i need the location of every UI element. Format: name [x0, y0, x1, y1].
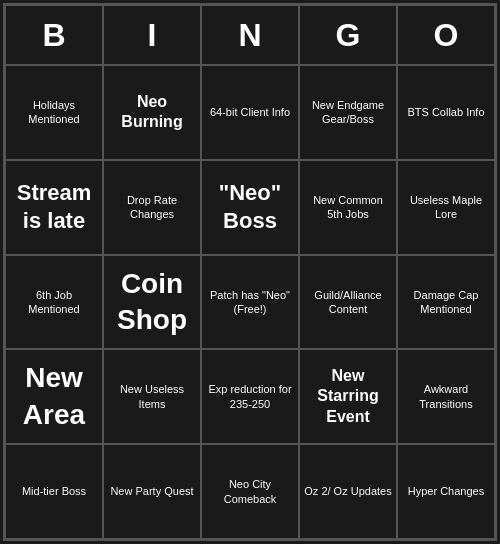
- bingo-cell[interactable]: Neo City Comeback: [201, 444, 299, 539]
- bingo-cell[interactable]: New Area: [5, 349, 103, 444]
- bingo-cell[interactable]: Patch has "Neo" (Free!): [201, 255, 299, 350]
- header-letter: N: [201, 5, 299, 65]
- bingo-cell[interactable]: Guild/Alliance Content: [299, 255, 397, 350]
- bingo-header: BINGO: [5, 5, 495, 65]
- bingo-cell[interactable]: Awkward Transitions: [397, 349, 495, 444]
- header-letter: G: [299, 5, 397, 65]
- bingo-cell[interactable]: BTS Collab Info: [397, 65, 495, 160]
- bingo-cell[interactable]: Mid-tier Boss: [5, 444, 103, 539]
- bingo-row: 6th Job MentionedCoin ShopPatch has "Neo…: [5, 255, 495, 350]
- bingo-row: Holidays MentionedNeo Burning64-bit Clie…: [5, 65, 495, 160]
- bingo-cell[interactable]: "Neo" Boss: [201, 160, 299, 255]
- bingo-cell[interactable]: Stream is late: [5, 160, 103, 255]
- bingo-grid: Holidays MentionedNeo Burning64-bit Clie…: [5, 65, 495, 539]
- bingo-cell[interactable]: New Endgame Gear/Boss: [299, 65, 397, 160]
- bingo-cell[interactable]: New Starring Event: [299, 349, 397, 444]
- bingo-cell[interactable]: Useless Maple Lore: [397, 160, 495, 255]
- bingo-cell[interactable]: Damage Cap Mentioned: [397, 255, 495, 350]
- header-letter: I: [103, 5, 201, 65]
- header-letter: B: [5, 5, 103, 65]
- bingo-cell[interactable]: Exp reduction for 235-250: [201, 349, 299, 444]
- header-letter: O: [397, 5, 495, 65]
- bingo-card: BINGO Holidays MentionedNeo Burning64-bi…: [3, 3, 497, 541]
- bingo-cell[interactable]: New Party Quest: [103, 444, 201, 539]
- bingo-row: Stream is lateDrop Rate Changes"Neo" Bos…: [5, 160, 495, 255]
- bingo-cell[interactable]: New Common 5th Jobs: [299, 160, 397, 255]
- bingo-cell[interactable]: Coin Shop: [103, 255, 201, 350]
- bingo-cell[interactable]: New Useless Items: [103, 349, 201, 444]
- bingo-cell[interactable]: Neo Burning: [103, 65, 201, 160]
- bingo-row: New AreaNew Useless ItemsExp reduction f…: [5, 349, 495, 444]
- bingo-row: Mid-tier BossNew Party QuestNeo City Com…: [5, 444, 495, 539]
- bingo-cell[interactable]: 64-bit Client Info: [201, 65, 299, 160]
- bingo-cell[interactable]: Drop Rate Changes: [103, 160, 201, 255]
- bingo-cell[interactable]: Oz 2/ Oz Updates: [299, 444, 397, 539]
- bingo-cell[interactable]: 6th Job Mentioned: [5, 255, 103, 350]
- bingo-cell[interactable]: Holidays Mentioned: [5, 65, 103, 160]
- bingo-cell[interactable]: Hyper Changes: [397, 444, 495, 539]
